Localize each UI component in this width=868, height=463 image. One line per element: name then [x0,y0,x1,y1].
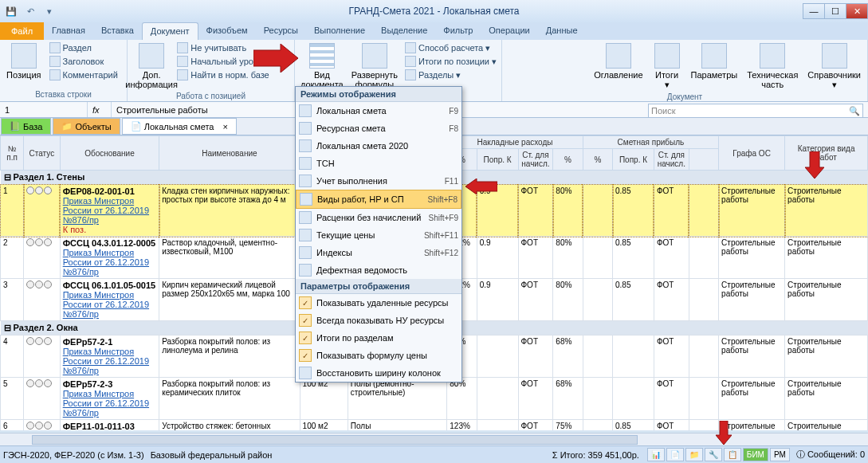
btn-itogi-poz[interactable]: Итоги по позиции ▾ [403,55,498,68]
btn-dopinfo[interactable]: Доп. информация [131,41,172,91]
tab-main[interactable]: Главная [44,22,93,40]
dd-show-nu[interactable]: ✓Всегда показывать НУ ресурсы [296,312,461,329]
status-bar: ГЭСН-2020, ФЕР-2020 (с Изм. 1-3) Базовый… [0,445,868,463]
annotation-arrow-2 [465,179,497,194]
sb-bim[interactable]: БИМ [743,448,768,461]
dd-local-smeta[interactable]: Локальная сметаF9 [296,102,461,120]
dd-header-modes: Режимы отображения [296,87,461,102]
svg-marker-0 [253,44,298,73]
btn-zagolovok[interactable]: Заголовок [48,55,120,68]
btn-razvernut[interactable]: Развернуть формулы [349,41,400,91]
dd-header-params: Параметры отображения [296,279,461,294]
dd-defekt[interactable]: Дефектная ведомость [296,261,461,279]
search-box[interactable]: Поиск 🔍 [648,104,863,118]
btn-razdel[interactable]: Раздел [48,41,120,54]
btn-kommentariy[interactable]: Комментарий [48,69,120,81]
dd-indexy[interactable]: ИндексыShift+F12 [296,244,461,261]
btn-parametry[interactable]: Параметры [688,41,741,81]
btn-sposob[interactable]: Способ расчета ▾ [403,41,498,54]
table-row[interactable]: 5ФЕРр57-2-3Приказ Минстроя России от 26.… [1,378,868,420]
col-smet[interactable]: Сметная прибыль [583,136,718,149]
annotation-arrow-4 [716,421,732,445]
title-bar: 💾 ↶ ▾ ГРАНД-Смета 2021 - Локальная смета… [0,0,868,22]
close-button[interactable]: ✕ [846,3,868,19]
nav-doc[interactable]: 📄Локальная смета× [122,118,237,135]
sb-icon[interactable]: 📁 [685,448,703,461]
dd-vidy-rabot[interactable]: Виды работ, НР и СПShift+F8 [296,190,461,209]
ribbon-tabs: Файл Главная Вставка Документ Физобъем Р… [0,22,868,40]
btn-oglavlenie[interactable]: Оглавление [591,41,646,81]
dd-restore-width[interactable]: Восстановить ширину колонок [296,364,461,382]
dd-rascenki[interactable]: Расценки без начисленийShift+F9 [296,209,461,226]
sb-itogo: Σ Итого: 359 451,00р. [552,450,639,460]
sb-base: ГЭСН-2020, ФЕР-2020 (с Изм. 1-3) [3,450,144,460]
app-title: ГРАНД-Смета 2021 - Локальная смета [348,6,519,17]
sb-icon[interactable]: 📄 [666,448,684,461]
fx-icon[interactable]: fx [88,102,112,117]
btn-itogi[interactable]: Итоги ▾ [650,41,685,92]
sb-messages[interactable]: ⓘ Сообщений: 0 [796,449,865,461]
qat-redo-icon[interactable]: ▾ [41,3,57,19]
btn-razdely[interactable]: Разделы ▾ [403,69,498,81]
tab-selection[interactable]: Выделение [373,22,435,40]
tab-file[interactable]: Файл [0,22,44,40]
btn-position[interactable]: Позиция [3,41,45,81]
qat-save-icon[interactable]: 💾 [3,3,19,19]
tab-filter[interactable]: Фильтр [435,22,481,40]
dd-local-2020[interactable]: Локальная смета 2020 [296,137,461,155]
nav-base[interactable]: 📗База [1,118,51,135]
svg-marker-3 [716,421,732,445]
dd-resource-smeta[interactable]: Ресурсная сметаF8 [296,120,461,137]
tab-insert[interactable]: Вставка [93,22,142,40]
close-tab-icon[interactable]: × [222,122,227,131]
sb-icon[interactable]: 📋 [724,448,741,461]
dd-tek-ceny[interactable]: Текущие ценыShift+F11 [296,226,461,244]
annotation-arrow-3 [805,151,824,179]
tab-operations[interactable]: Операции [481,22,537,40]
maximize-button[interactable]: ☐ [824,3,846,19]
col-grafa[interactable]: Графа ОС [719,136,785,171]
tab-resources[interactable]: Ресурсы [256,22,306,40]
nav-objects[interactable]: 📁Объекты [53,118,120,135]
dd-tsn[interactable]: ТСН [296,155,461,172]
qat-undo-icon[interactable]: ↶ [22,3,38,19]
tab-document[interactable]: Документ [142,22,198,40]
col-kateg[interactable]: Категория вида работ [785,136,868,171]
svg-marker-2 [805,151,824,179]
dd-uchet[interactable]: Учет выполненияF11 [296,172,461,190]
search-icon[interactable]: 🔍 [849,106,860,116]
vid-dokumenta-menu: Режимы отображения Локальная сметаF9 Рес… [295,86,462,383]
dd-itogi-razd[interactable]: ✓Итоги по разделам [296,329,461,347]
tab-phys[interactable]: Физобъем [198,22,256,40]
col-obosn[interactable]: Обоснование [60,136,159,171]
tab-execution[interactable]: Выполнение [306,22,373,40]
btn-tech-chast[interactable]: Техническая часть [744,41,801,91]
col-status[interactable]: Статус [24,136,61,171]
col-nakl[interactable]: Накладные расходы [447,136,583,149]
table-row[interactable]: 6ФЕР11-01-011-03Приказ Минстроя России о… [1,420,868,431]
sb-region: Базовый федеральный район [151,450,273,460]
btn-spravochniki[interactable]: Справочники ▾ [804,41,864,92]
col-naim[interactable]: Наименование [159,136,300,171]
sb-icon[interactable]: 🔧 [705,448,722,461]
sb-icon[interactable]: 📊 [647,448,665,461]
cell-ref[interactable]: 1 [0,102,88,117]
col-np[interactable]: № п.п [1,136,24,171]
minimize-button[interactable]: — [803,3,825,19]
annotation-arrow-1 [253,44,298,73]
h-scrollbar[interactable] [0,433,868,445]
sb-rm[interactable]: РМ [770,448,790,461]
dd-show-formula[interactable]: ✓Показывать формулу цены [296,347,461,364]
dd-show-deleted[interactable]: ✓Показывать удаленные ресурсы [296,294,461,312]
tab-data[interactable]: Данные [538,22,586,40]
svg-marker-1 [465,179,497,194]
